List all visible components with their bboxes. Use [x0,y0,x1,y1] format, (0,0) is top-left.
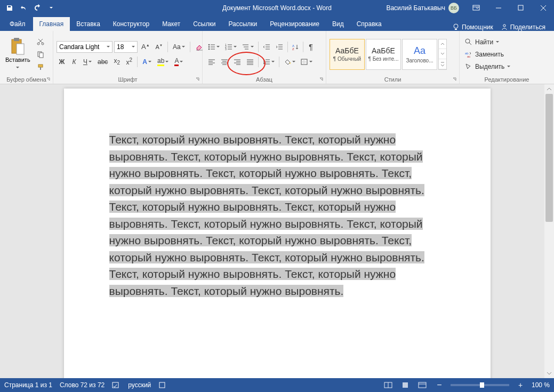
styles-row-up[interactable] [439,39,446,50]
undo-button[interactable] [17,2,30,14]
shading-button[interactable] [282,56,298,68]
underline-button[interactable]: Ч [81,56,94,68]
tab-view[interactable]: Вид [326,17,350,31]
sort-button[interactable]: AZ [290,41,301,53]
page[interactable]: Текст, который нужно выровнять. Текст, к… [64,89,491,378]
user-account[interactable]: Василий Батькавыч ВБ [381,3,464,13]
tab-layout[interactable]: Макет [156,17,187,31]
ribbon-display-options[interactable] [465,0,487,16]
scroll-down-button[interactable] [544,369,554,378]
svg-point-21 [465,39,470,43]
font-launcher[interactable] [195,76,201,83]
scroll-track[interactable] [544,94,554,369]
group-styles: АаБбЕ ¶ Обычный АаБбЕ ¶ Без инте... Аа З… [326,31,460,84]
style-no-spacing[interactable]: АаБбЕ ¶ Без инте... [366,39,401,70]
status-macro[interactable] [158,381,166,389]
tell-me-button[interactable]: Помощник [452,23,493,31]
zoom-out-button[interactable]: − [433,380,445,390]
indent-icon [276,44,283,50]
increase-indent-button[interactable] [274,41,285,53]
zoom-in-button[interactable]: + [515,380,526,390]
justify-button[interactable] [244,56,256,68]
svg-rect-6 [17,44,24,54]
styles-expand[interactable] [439,59,446,69]
status-page[interactable]: Страница 1 из 1 [4,381,52,389]
read-mode-button[interactable] [382,380,394,390]
status-proofing[interactable] [112,381,121,389]
show-marks-button[interactable]: ¶ [306,41,316,53]
strikethrough-button[interactable]: abc [95,56,110,68]
redo-button[interactable] [31,2,44,14]
tab-insert[interactable]: Вставка [70,17,107,31]
shrink-font-button[interactable]: A▼ [154,41,165,53]
multilevel-list-button[interactable] [240,41,256,53]
text-effects-button[interactable]: A [140,56,154,68]
paragraph-launcher[interactable] [318,76,325,83]
line-spacing-button[interactable] [261,56,277,68]
svg-point-14 [208,48,210,50]
align-left-button[interactable] [206,56,218,68]
tab-file[interactable]: Файл [3,17,32,31]
tab-review[interactable]: Рецензирование [263,17,326,31]
scroll-up-button[interactable] [544,84,554,94]
tab-home[interactable]: Главная [33,17,70,31]
font-color-button[interactable]: A [172,56,185,68]
font-size-combo[interactable]: 18 [114,41,138,53]
find-button[interactable]: Найти [463,37,512,47]
clipboard-launcher[interactable] [45,76,52,83]
bullets-button[interactable] [206,41,222,53]
borders-button[interactable] [299,56,315,68]
svg-rect-1 [518,5,523,10]
close-button[interactable] [533,0,554,16]
status-words[interactable]: Слово 72 из 72 [60,381,105,389]
format-painter-button[interactable] [35,62,46,73]
share-button[interactable]: Поделиться [501,23,545,31]
tab-references[interactable]: Ссылки [187,17,222,31]
styles-launcher[interactable] [452,76,458,83]
font-name-combo[interactable]: Candara Light [57,41,113,53]
minimize-button[interactable] [488,0,509,16]
web-layout-button[interactable] [416,380,428,390]
decrease-indent-button[interactable] [261,41,272,53]
replace-button[interactable]: abac Заменить [463,49,512,60]
cut-button[interactable] [35,36,46,47]
print-layout-button[interactable] [399,380,411,390]
zoom-level[interactable]: 100 % [532,381,550,389]
align-center-button[interactable] [219,56,230,68]
tab-design[interactable]: Конструктор [107,17,156,31]
zoom-knob[interactable] [480,382,484,388]
qat-customize[interactable] [45,2,58,14]
align-right-icon [234,59,241,65]
share-icon [501,23,508,31]
vertical-scrollbar[interactable] [544,84,554,378]
align-right-button[interactable] [231,56,243,68]
maximize-button[interactable] [510,0,532,16]
style-normal[interactable]: АаБбЕ ¶ Обычный [330,39,365,70]
document-area[interactable]: Текст, который нужно выровнять. Текст, к… [0,84,554,378]
select-icon [465,63,472,70]
subscript-button[interactable]: x2 [111,56,122,68]
align-center-icon [221,59,228,65]
select-button[interactable]: Выделить [463,61,512,72]
tab-mailings[interactable]: Рассылки [222,17,263,31]
tab-help[interactable]: Справка [350,17,388,31]
styles-row-down[interactable] [439,49,446,59]
style-heading1[interactable]: Аа Заголово... [402,39,437,70]
save-button[interactable] [3,2,16,14]
status-language[interactable]: русский [128,381,151,389]
selected-text[interactable]: Текст, который нужно выровнять. Текст, к… [109,133,424,297]
styles-more [438,39,447,70]
user-name: Василий Батькавыч [386,4,445,12]
italic-button[interactable]: К [69,56,79,68]
bold-button[interactable]: Ж [57,56,67,68]
highlight-button[interactable]: ab [155,56,171,68]
numbering-icon: 123 [225,44,232,50]
copy-button[interactable] [35,49,46,60]
scroll-thumb[interactable] [545,94,553,222]
superscript-button[interactable]: x2 [124,56,134,68]
grow-font-button[interactable]: A▲ [139,41,152,53]
change-case-button[interactable]: Aa [171,41,187,53]
zoom-slider[interactable] [451,384,509,386]
paste-button[interactable]: Вставить [3,36,33,73]
numbering-button[interactable]: 123 [223,41,239,53]
